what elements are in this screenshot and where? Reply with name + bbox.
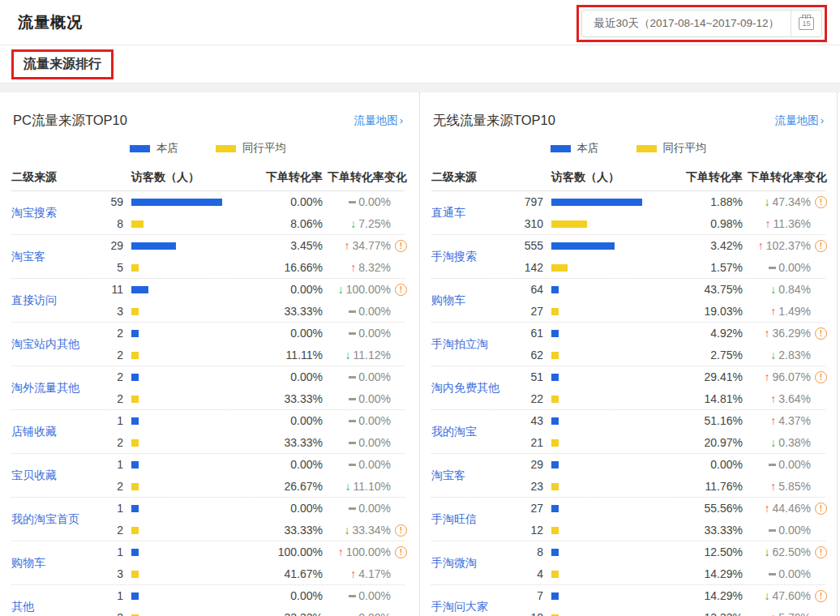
trend-icon: ↓	[345, 349, 351, 361]
source-link[interactable]: 手淘旺信	[431, 512, 506, 527]
shop-legend-label: 本店	[577, 141, 599, 156]
table-row: 店铺收藏 1 0.00% 0.00% ! 2 33.33% 0.00% !	[11, 410, 405, 454]
source-link[interactable]: 宝贝收藏	[11, 468, 86, 483]
shop-subrow: 797 1.88% ↓47.34% !	[506, 191, 827, 213]
conversion-rate: 33.33%	[250, 392, 323, 405]
conversion-change-value: 100.00%	[346, 283, 391, 296]
conversion-rate: 16.66%	[250, 261, 323, 274]
shop-subrow: 61 4.92% ↑36.29% !	[506, 323, 827, 344]
page-header: 流量概况 最近30天（2017-08-14~2017-09-12） 15	[0, 0, 840, 45]
peer-subrow: 2 33.33% ↓33.34% !	[86, 520, 407, 541]
visitor-bar-peer	[131, 527, 139, 534]
trend-icon: ↑	[765, 217, 771, 230]
warning-icon[interactable]: !	[815, 196, 827, 208]
trend-icon: ↑	[770, 414, 776, 427]
visitor-count: 27	[506, 305, 551, 318]
source-link[interactable]: 直接访问	[11, 293, 86, 308]
source-link[interactable]: 手淘拍立淘	[431, 337, 506, 352]
visitor-bar-shop	[551, 286, 559, 293]
source-link[interactable]: 淘宝客	[431, 468, 506, 483]
visitor-count: 1	[86, 545, 131, 558]
conversion-rate: 33.33%	[250, 611, 323, 616]
warning-icon[interactable]: !	[815, 371, 827, 383]
calendar-icon: 15	[799, 17, 814, 30]
source-link[interactable]: 手淘微淘	[431, 556, 506, 571]
table-header: 二级来源 访客数（人） 下单转化率 下单转化率变化	[11, 164, 405, 191]
source-link[interactable]: 手淘问大家	[431, 600, 506, 614]
visitor-bar-shop	[131, 549, 139, 556]
visitor-bar-shop	[551, 549, 559, 556]
calendar-button[interactable]: 15	[791, 11, 821, 36]
conversion-rate: 0.00%	[250, 414, 323, 427]
visitor-bar-peer	[131, 308, 139, 315]
page-edge-dots	[837, 92, 838, 616]
traffic-map-link[interactable]: 流量地图›	[354, 113, 403, 128]
source-link[interactable]: 购物车	[11, 556, 86, 571]
visitor-count: 2	[86, 524, 131, 537]
panel-title: 无线流量来源TOP10	[433, 112, 555, 130]
peer-subrow: 21 20.97% ↓0.38% !	[506, 432, 827, 454]
source-link[interactable]: 淘宝搜索	[11, 206, 86, 220]
peer-subrow: 8 8.06% ↓7.25% !	[86, 213, 407, 235]
peer-subrow: 3 33.33% 0.00% !	[86, 301, 407, 323]
date-range-picker[interactable]: 最近30天（2017-08-14~2017-09-12） 15	[581, 10, 822, 37]
warning-icon[interactable]: !	[395, 546, 407, 558]
source-link[interactable]: 我的淘宝首页	[11, 512, 86, 527]
source-link[interactable]: 我的淘宝	[431, 425, 506, 439]
source-link[interactable]: 淘宝客	[11, 250, 86, 264]
trend-icon: ↑	[770, 480, 776, 493]
trend-icon: ↑	[765, 327, 770, 340]
tab-traffic-source-ranking[interactable]: 流量来源排行	[24, 57, 101, 71]
source-link[interactable]: 店铺收藏	[11, 425, 86, 439]
warning-icon[interactable]: !	[395, 284, 407, 296]
source-link[interactable]: 直通车	[431, 206, 506, 220]
conversion-rate: 20.97%	[670, 436, 743, 449]
warning-icon[interactable]: !	[395, 524, 407, 537]
page-title: 流量概况	[18, 12, 83, 33]
visitor-count: 8	[86, 217, 131, 230]
table-row: 手淘搜索 555 3.42% ↑102.37% ! 142 1.57% 0.00…	[431, 235, 825, 279]
shop-subrow: 8 12.50% ↓62.50% !	[506, 541, 827, 563]
visitor-count: 27	[506, 502, 551, 515]
warning-icon[interactable]: !	[815, 546, 827, 558]
conversion-rate: 0.00%	[250, 589, 323, 602]
visitor-bar-shop	[131, 199, 222, 206]
conversion-change-value: 11.12%	[354, 349, 391, 361]
conversion-rate: 19.03%	[670, 305, 743, 318]
peer-subrow: 27 19.03% ↑1.49% !	[506, 301, 827, 323]
conversion-change-value: 0.00%	[358, 436, 391, 449]
warning-icon[interactable]: !	[815, 327, 827, 340]
table-row: 淘宝客 29 0.00% 0.00% ! 23 11.76% ↑5.85% !	[431, 454, 825, 498]
conversion-rate: 33.33%	[250, 524, 323, 537]
conversion-change-value: 0.00%	[358, 611, 391, 616]
trend-icon	[769, 529, 776, 532]
column-conversion: 下单转化率	[250, 170, 323, 185]
source-link[interactable]: 淘外流量其他	[11, 381, 86, 396]
warning-icon[interactable]: !	[395, 240, 407, 252]
shop-legend-label: 本店	[156, 141, 178, 156]
visitor-bar-shop	[551, 242, 615, 250]
traffic-map-link[interactable]: 流量地图›	[775, 113, 824, 128]
warning-icon[interactable]: !	[815, 240, 827, 252]
visitor-bar-peer	[551, 352, 559, 359]
source-link[interactable]: 其他	[11, 600, 86, 614]
visitor-count: 11	[86, 283, 131, 296]
visitor-bar-shop	[131, 505, 139, 512]
table-row: 手淘微淘 8 12.50% ↓62.50% ! 4 14.29% 0.00% !	[431, 541, 825, 585]
source-link[interactable]: 淘宝站内其他	[11, 337, 86, 352]
conversion-rate: 0.98%	[670, 217, 743, 230]
conversion-rate: 14.29%	[670, 589, 743, 602]
source-link[interactable]: 手淘搜索	[431, 250, 506, 264]
warning-icon[interactable]: !	[815, 590, 827, 602]
source-link[interactable]: 淘内免费其他	[431, 381, 506, 396]
trend-icon	[349, 376, 356, 379]
conversion-change-value: 11.10%	[354, 480, 391, 493]
source-link[interactable]: 购物车	[431, 293, 506, 308]
visitor-bar-peer	[131, 352, 139, 359]
visitor-bar-shop	[551, 417, 559, 425]
trend-icon: ↑	[770, 611, 776, 616]
conversion-change-value: 0.00%	[358, 392, 391, 405]
warning-icon[interactable]: !	[815, 503, 827, 515]
table-header: 二级来源 访客数（人） 下单转化率 下单转化率变化	[431, 164, 825, 191]
visitor-count: 29	[506, 458, 551, 471]
